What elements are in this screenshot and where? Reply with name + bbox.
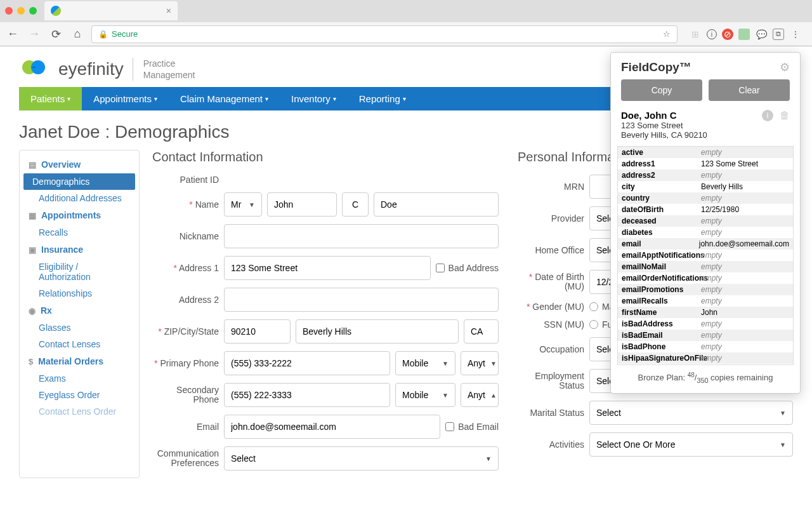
email-input[interactable]: [224, 415, 440, 439]
reload-button[interactable]: ⟳: [48, 27, 63, 41]
ext-icon-2[interactable]: i: [707, 29, 717, 39]
middle-initial-input[interactable]: [342, 192, 369, 217]
field-value: empty: [697, 341, 793, 352]
forward-button[interactable]: →: [27, 27, 42, 41]
home-button[interactable]: ⌂: [70, 27, 85, 41]
table-row: deceasedempty: [618, 215, 793, 227]
field-value: empty: [697, 352, 793, 364]
secondary-phone-input[interactable]: [224, 383, 390, 407]
secondary-phone-label: Secondary Phone: [152, 385, 219, 405]
bad-email-checkbox[interactable]: Bad Email: [445, 422, 499, 432]
last-name-input[interactable]: [374, 192, 499, 217]
primary-phone-input[interactable]: [224, 351, 390, 375]
first-name-input[interactable]: [267, 192, 337, 217]
sidebar-item-demographics[interactable]: Demographics: [23, 173, 135, 190]
nav-claim-management[interactable]: Claim Management▾: [169, 87, 280, 110]
zip-input[interactable]: [224, 319, 291, 344]
brand-logo-icon: [19, 60, 49, 79]
comm-pref-select[interactable]: Select▼: [224, 446, 499, 471]
gender-label: * Gender (MU): [518, 302, 584, 312]
info-icon[interactable]: i: [762, 110, 773, 121]
provider-label: Provider: [518, 213, 584, 224]
address-bar[interactable]: 🔒 Secure ☆: [91, 25, 678, 43]
field-value: empty: [697, 147, 793, 158]
sidebar-item-glasses[interactable]: Glasses: [20, 319, 139, 336]
marital-select[interactable]: Select▼: [589, 401, 793, 425]
clear-button[interactable]: Clear: [709, 79, 790, 101]
comm-pref-label: Communication Preferences: [152, 449, 219, 469]
sidebar-heading-overview[interactable]: ▤Overview: [20, 156, 139, 173]
nav-patients[interactable]: Patients▾: [19, 87, 82, 110]
sidebar-item-exams[interactable]: Exams: [20, 370, 139, 387]
table-row: diabetesempty: [618, 227, 793, 238]
brand-name: eyefinity: [58, 59, 124, 79]
sidebar-item-contact-lenses[interactable]: Contact Lenses: [20, 336, 139, 352]
primary-phone-type-select[interactable]: Mobile▼: [395, 351, 455, 375]
sidebar-heading-insurance[interactable]: ▣Insurance: [20, 241, 139, 258]
sidebar-item-contact-lens-order[interactable]: Contact Lens Order: [20, 403, 139, 420]
tab-close-icon[interactable]: ×: [166, 6, 171, 16]
nickname-input[interactable]: [224, 224, 499, 248]
field-key: isHipaaSignatureOnFile: [618, 352, 697, 364]
ext-icon-3[interactable]: ⊘: [722, 29, 733, 40]
eye-icon: ◉: [29, 306, 36, 316]
sidebar-item-additional-addresses[interactable]: Additional Addresses: [20, 190, 139, 206]
address1-input[interactable]: [224, 256, 431, 280]
sidebar-item-eyeglass-order[interactable]: Eyeglass Order: [20, 387, 139, 403]
field-value: empty: [697, 215, 793, 227]
fieldcopy-title: FieldCopy™: [621, 60, 780, 74]
field-value: empty: [697, 192, 793, 204]
bookmark-icon[interactable]: ☆: [663, 29, 671, 39]
field-value: 12/25/1980: [697, 204, 793, 215]
browser-chrome: × ← → ⟳ ⌂ 🔒 Secure ☆ ⊞ i ⊘ 💬 ⧉ ⋮: [0, 0, 812, 46]
primary-phone-any-select[interactable]: Anyt▼: [461, 351, 499, 375]
gear-icon[interactable]: ⚙: [780, 60, 790, 74]
menu-icon[interactable]: ⋮: [789, 28, 802, 41]
name-prefix-select[interactable]: Mr▼: [224, 192, 262, 217]
activities-select[interactable]: Select One Or More▼: [589, 432, 793, 457]
browser-tab[interactable]: ×: [44, 1, 178, 20]
field-value: john.doe@someemail.com: [695, 238, 793, 250]
email-label: Email: [152, 422, 219, 432]
sidebar-item-eligibility[interactable]: Eligibility / Authorization: [20, 258, 139, 285]
back-button[interactable]: ←: [5, 27, 20, 41]
close-window-icon[interactable]: [5, 7, 13, 15]
window-controls: [5, 7, 37, 15]
bad-address-checkbox[interactable]: Bad Address: [436, 263, 499, 273]
secondary-phone-type-select[interactable]: Mobile▼: [395, 383, 455, 407]
state-input[interactable]: [464, 319, 499, 344]
table-row: activeempty: [618, 147, 793, 158]
sidebar-item-recalls[interactable]: Recalls: [20, 224, 139, 241]
sidebar-heading-appointments[interactable]: ▦Appointments: [20, 206, 139, 224]
ext-icon-4[interactable]: [738, 29, 750, 40]
nav-appointments[interactable]: Appointments▾: [82, 87, 169, 110]
zip-label: * ZIP/City/State: [152, 326, 219, 337]
nickname-label: Nickname: [152, 231, 219, 241]
briefcase-icon: ▣: [29, 245, 36, 255]
nav-reporting[interactable]: Reporting▾: [348, 87, 417, 110]
ext-icon-1[interactable]: ⊞: [689, 28, 702, 41]
secure-label: Secure: [112, 29, 138, 39]
nav-inventory[interactable]: Inventory▾: [280, 87, 348, 110]
city-input[interactable]: [296, 319, 459, 344]
minimize-window-icon[interactable]: [17, 7, 25, 15]
table-row: countryempty: [618, 192, 793, 204]
address2-input[interactable]: [224, 288, 499, 312]
secondary-phone-any-select[interactable]: Anyt▲: [461, 383, 499, 407]
field-key: isBadPhone: [618, 341, 697, 352]
field-key: isBadAddress: [618, 318, 697, 330]
table-row: cityBeverly Hills: [618, 181, 793, 192]
calendar-icon: ▦: [29, 211, 36, 220]
ext-icon-6[interactable]: ⧉: [773, 29, 784, 40]
trash-icon[interactable]: 🗑: [780, 110, 790, 121]
fieldcopy-footer: Bronze Plan: 48/350 copies remaining: [611, 365, 800, 393]
sidebar-heading-material-orders[interactable]: $Material Orders: [20, 352, 139, 370]
sidebar-item-relationships[interactable]: Relationships: [20, 285, 139, 302]
maximize-window-icon[interactable]: [29, 7, 37, 15]
copy-button[interactable]: Copy: [621, 79, 702, 101]
sidebar-heading-rx[interactable]: ◉Rx: [20, 302, 139, 319]
field-value: John: [697, 307, 793, 318]
ext-icon-5[interactable]: 💬: [755, 28, 768, 41]
identity-address1: 123 Some Street: [621, 121, 790, 130]
table-row: address2empty: [618, 170, 793, 181]
